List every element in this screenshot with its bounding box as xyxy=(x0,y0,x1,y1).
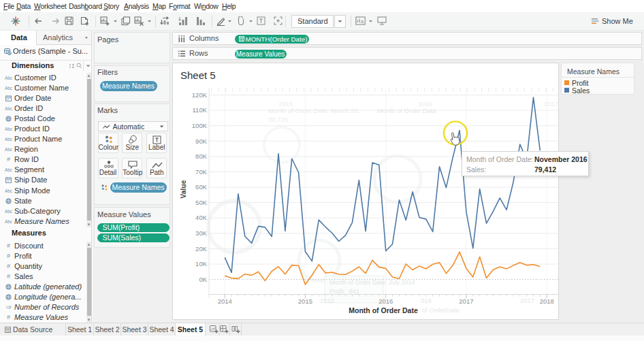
svg-text:2015: 2015 xyxy=(320,297,334,304)
svg-text:120K: 120K xyxy=(192,91,208,99)
svg-text:2017: 2017 xyxy=(520,297,534,304)
svg-text:2017: 2017 xyxy=(544,100,558,108)
svg-text:of OrderDate: of OrderDate xyxy=(422,306,460,314)
svg-text:2017: 2017 xyxy=(459,297,473,305)
svg-text:50K: 50K xyxy=(195,199,208,206)
svg-text:80K: 80K xyxy=(195,152,208,160)
svg-text:Month of Order Date: Month of Order Date xyxy=(349,306,418,314)
svg-text:Profit: -841: Profit: -841 xyxy=(329,288,359,295)
svg-text:0K: 0K xyxy=(199,276,207,283)
svg-text:38,726: 38,726 xyxy=(268,116,288,123)
svg-text:60K: 60K xyxy=(195,183,208,191)
svg-text:a: a xyxy=(361,19,364,24)
svg-text:70K: 70K xyxy=(195,168,208,176)
svg-text:10K: 10K xyxy=(195,260,208,267)
svg-text:100K: 100K xyxy=(192,122,208,129)
svg-text:2014: 2014 xyxy=(218,297,232,305)
svg-text:30K: 30K xyxy=(195,229,208,237)
svg-text:110K: 110K xyxy=(193,106,208,114)
svg-text:Month of Order Date: July 2014: Month of Order Date: July 2014 xyxy=(329,279,415,286)
svg-text:40K: 40K xyxy=(195,214,208,221)
svg-text:20K: 20K xyxy=(195,245,208,253)
svg-text:2016: 2016 xyxy=(418,100,432,108)
svg-text:016: 016 xyxy=(421,297,432,304)
svg-text:Value: Value xyxy=(180,180,187,198)
svg-text:90K: 90K xyxy=(195,137,208,145)
svg-text:2015: 2015 xyxy=(298,297,312,305)
svg-text:2018: 2018 xyxy=(540,297,554,305)
svg-text:2016: 2016 xyxy=(379,297,393,305)
